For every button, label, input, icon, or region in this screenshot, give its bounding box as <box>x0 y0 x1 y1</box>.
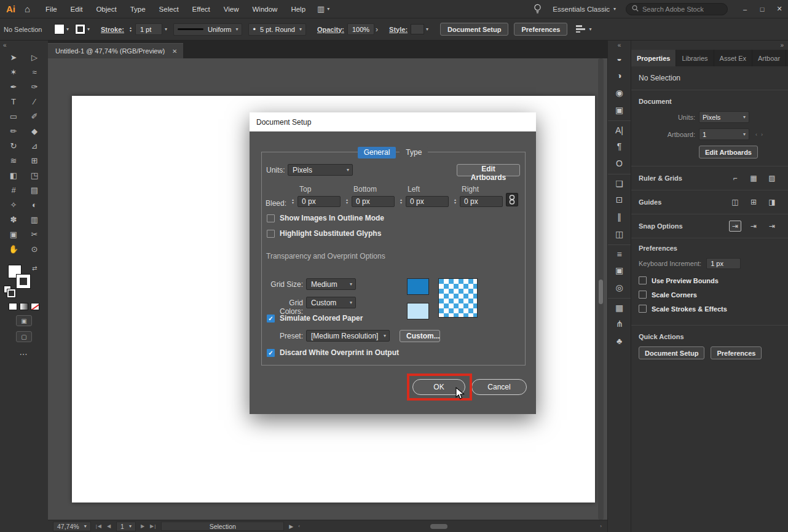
discard-white-overprint-checkbox[interactable]: Discard White Overprint in Output <box>267 348 399 357</box>
stroke-weight-label[interactable]: Stroke: <box>101 26 124 33</box>
symbol-sprayer-tool[interactable]: ✽ <box>6 212 22 227</box>
panel-tab[interactable]: Libraries <box>676 50 714 66</box>
opacity-value[interactable]: 100% <box>347 23 374 35</box>
grid-color-swatch-dark[interactable] <box>407 278 429 295</box>
first-artboard-icon[interactable]: |◀ <box>96 523 102 529</box>
show-transparency-grid-icon[interactable]: ▨ <box>766 173 778 184</box>
bleed-left-input[interactable]: 0 px <box>406 196 449 207</box>
paintbrush-tool[interactable]: ✐ <box>26 109 42 123</box>
artboard-navigation-select[interactable]: 1 ▾ <box>116 522 136 531</box>
edit-toolbar-button[interactable]: ⋯ <box>0 350 48 359</box>
vertical-scrollbar[interactable] <box>598 58 604 520</box>
stroke-swatch[interactable] <box>17 275 30 288</box>
color-guide-panel-icon[interactable]: ◎ <box>608 279 631 296</box>
zoom-level-select[interactable]: 47,74% ▾ <box>53 522 91 531</box>
artboard-select[interactable]: 1 ▾ <box>699 128 749 140</box>
zoom-tool[interactable]: ⊙ <box>26 241 42 256</box>
snap-to-pixel-icon[interactable]: ⇥ <box>766 221 778 232</box>
free-transform-tool[interactable]: ⊞ <box>26 153 42 168</box>
workspace-switcher[interactable]: Essentials Classic ▾ <box>553 6 616 13</box>
show-grid-icon[interactable]: ▦ <box>747 173 760 184</box>
next-artboard-icon[interactable]: ▶ <box>141 523 145 529</box>
stroke-weight-value[interactable]: 1 pt <box>135 23 162 35</box>
column-graph-tool[interactable]: ▥ <box>26 212 42 227</box>
hand-tool[interactable]: ✋ <box>6 241 22 256</box>
appearance-panel-icon[interactable]: ≡ <box>608 244 631 262</box>
expand-dock-icon[interactable]: « <box>618 42 621 49</box>
screen-mode-button[interactable]: ▢ <box>16 331 32 342</box>
menu-item[interactable]: Window <box>246 0 285 18</box>
custom-button[interactable]: Custom... <box>400 330 440 342</box>
preference-checkbox[interactable]: Scale Corners <box>639 291 781 299</box>
draw-mode-button[interactable]: ▣ <box>16 315 32 326</box>
lock-guides-icon[interactable]: ⊞ <box>747 197 760 208</box>
menu-item[interactable]: Edit <box>64 0 90 18</box>
menu-item[interactable]: Effect <box>186 0 217 18</box>
bleed-bottom-input[interactable]: 0 px <box>352 196 395 207</box>
close-button[interactable]: ✕ <box>771 0 788 18</box>
preferences-button[interactable]: Preferences <box>514 23 567 36</box>
home-icon[interactable]: ⌂ <box>21 4 39 14</box>
gradient-button[interactable] <box>20 303 28 310</box>
layers-panel-icon[interactable]: ❏ <box>608 174 631 191</box>
shaper-tool[interactable]: ✏ <box>6 123 22 138</box>
swap-fill-stroke-icon[interactable]: ⇄ <box>32 265 37 272</box>
stroke-weight-stepper[interactable]: ▴ ▾ <box>127 26 134 33</box>
bleed-left-stepper[interactable]: ▴▾ <box>398 198 404 205</box>
line-segment-tool[interactable]: ∕ <box>26 94 42 109</box>
chevron-down-icon[interactable]: ▾ <box>165 26 167 32</box>
simulate-colored-paper-checkbox[interactable]: Simulate Colored Paper <box>267 314 363 323</box>
show-rulers-icon[interactable]: ⌐ <box>729 173 741 184</box>
opacity-flyout-icon[interactable]: › <box>376 25 378 34</box>
quick-action-document-setup-button[interactable]: Document Setup <box>639 346 704 359</box>
grid-size-select[interactable]: Medium ▾ <box>306 278 356 290</box>
width-tool[interactable]: ≋ <box>6 153 22 168</box>
panel-tab[interactable]: Artboar <box>752 50 786 66</box>
cancel-button[interactable]: Cancel <box>471 379 527 395</box>
document-tab[interactable]: Untitled-1 @ 47,74% (RGB/Preview) ✕ <box>48 43 183 58</box>
slice-tool[interactable]: ✂ <box>26 227 42 241</box>
units-select[interactable]: Pixels ▾ <box>288 164 353 176</box>
graphic-styles-panel-icon[interactable]: ▣ <box>608 262 631 279</box>
opentype-panel-icon[interactable]: O <box>608 155 631 172</box>
curvature-tool[interactable]: ✑ <box>26 79 42 94</box>
gradient-tool[interactable]: ▤ <box>26 182 42 197</box>
magic-wand-tool[interactable]: ✶ <box>6 65 22 79</box>
dialog-tab[interactable]: General <box>358 147 396 158</box>
dialog-title-bar[interactable]: Document Setup <box>250 112 536 131</box>
eraser-tool[interactable]: ◆ <box>26 123 42 138</box>
stroke-color-control[interactable]: ▾ <box>75 24 90 34</box>
mesh-tool[interactable]: # <box>6 182 22 197</box>
pathfinder-panel-icon[interactable]: ◫ <box>608 225 631 243</box>
transform-panel-icon[interactable]: ⊡ <box>608 191 631 208</box>
artboard-tool[interactable]: ▣ <box>6 227 22 241</box>
selection-tool[interactable]: ➤ <box>6 50 22 65</box>
none-button[interactable] <box>31 303 39 310</box>
quick-action-preferences-button[interactable]: Preferences <box>711 346 762 359</box>
align-options-control[interactable]: ▾ <box>576 25 591 34</box>
character-panel-icon[interactable]: A| <box>608 120 631 138</box>
bleed-top-input[interactable]: 0 px <box>297 196 341 207</box>
eyedropper-tool[interactable]: ✧ <box>6 197 22 212</box>
illustrator-logo-icon[interactable]: Ai <box>0 4 21 14</box>
link-bleed-values-icon[interactable] <box>506 193 518 206</box>
scale-tool[interactable]: ⊿ <box>26 138 42 153</box>
menu-item[interactable]: Object <box>89 0 123 18</box>
opacity-label[interactable]: Opacity: <box>317 26 344 33</box>
artboard-prev-next-icons[interactable]: ‹› <box>755 131 766 138</box>
collapse-panel-icon[interactable]: « <box>3 42 7 49</box>
bleed-top-stepper[interactable]: ▴▾ <box>290 198 296 205</box>
direct-selection-tool[interactable]: ▷ <box>26 50 42 65</box>
keyboard-increment-input[interactable]: 1 px <box>706 258 741 269</box>
bleed-right-stepper[interactable]: ▴▾ <box>452 198 459 205</box>
grid-color-swatch-light[interactable] <box>407 303 429 319</box>
stroke-panel-icon[interactable]: ◉ <box>608 84 631 101</box>
edit-artboards-button[interactable]: Edit Artboards <box>457 164 520 176</box>
preset-select[interactable]: [Medium Resolution] ▾ <box>306 330 390 342</box>
type-tool[interactable]: T <box>6 94 22 109</box>
brush-definition-select[interactable]: • 5 pt. Round ▾ <box>248 23 305 36</box>
color-button[interactable] <box>9 303 17 310</box>
snap-to-grid-icon[interactable]: ⇥ <box>747 221 760 232</box>
units-select[interactable]: Pixels ▾ <box>699 111 749 123</box>
show-guides-icon[interactable]: ◫ <box>729 197 741 208</box>
